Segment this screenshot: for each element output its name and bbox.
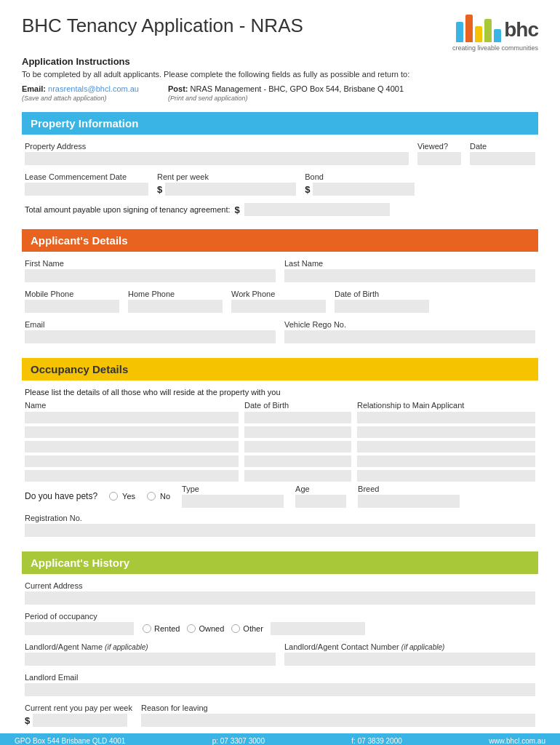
dob-label: Date of Birth [335,290,429,298]
occ-name-3[interactable] [25,441,239,453]
rego-field[interactable] [284,330,535,343]
occ-rel-4[interactable] [357,455,535,467]
landlord-name-group: Landlord/Agent Name (if applicable) [25,642,276,666]
rented-option[interactable]: Rented [143,624,180,633]
occ-name-1[interactable] [25,412,239,423]
reg-field[interactable] [25,524,535,537]
occupancy-instruction: Please list the details of all those who… [25,388,535,397]
home-label: Home Phone [128,290,223,298]
no-radio-group[interactable]: No [147,492,170,501]
property-header: Property Information [22,112,538,135]
landlord-name-field[interactable] [25,653,276,666]
occ-rel-2[interactable] [357,426,535,438]
history-header: Applicant's History [22,551,538,574]
period-group: Period of occupancy [25,612,134,635]
occ-dob-1[interactable] [244,412,351,423]
bond-field[interactable] [313,183,415,196]
lease-field[interactable] [25,183,148,196]
occ-name-5[interactable] [25,470,239,482]
landlord-contact-field[interactable] [284,653,535,666]
dob-field[interactable] [335,300,429,313]
occupancy-section: Occupancy Details Please list the detail… [22,358,538,551]
last-name-field[interactable] [284,269,535,282]
post-sub: (Print and send application) [168,95,248,102]
other-radio[interactable] [231,624,240,633]
pet-age-field[interactable] [295,495,346,508]
contact-row: Email: nrasrentals@bhcl.com.au (Save and… [22,84,538,102]
rent-week-field[interactable] [33,714,127,727]
app-email-field[interactable] [25,330,276,343]
rego-label: Vehicle Rego No. [284,320,535,329]
other-option[interactable]: Other [231,624,263,633]
mobile-field[interactable] [25,300,119,313]
property-content: Property Address Viewed? Date Lease Comm… [22,142,538,229]
viewed-field[interactable] [417,152,461,165]
period-field[interactable] [25,622,134,635]
post-label: Post: [168,84,188,93]
pet-breed-label: Breed [358,485,460,493]
address-group: Property Address [25,142,409,165]
owned-radio[interactable] [187,624,196,633]
footer-address: GPO Box 544 Brisbane QLD 4001 [15,737,125,745]
post-value: NRAS Management - BHC, GPO Box 544, Bris… [191,84,404,93]
other-field[interactable] [271,622,365,635]
current-address-field[interactable] [25,591,535,605]
pet-type-group: Type [182,485,284,508]
logo-text: bhc [504,20,538,40]
rented-label: Rented [154,624,180,633]
email-link[interactable]: nrasrentals@bhcl.com.au [48,84,139,93]
occ-dob-4[interactable] [244,455,351,467]
lease-group: Lease Commencement Date [25,172,148,196]
lease-label: Lease Commencement Date [25,172,148,181]
occ-dob-3[interactable] [244,441,351,453]
reason-field[interactable] [141,714,535,727]
address-field[interactable] [25,152,409,165]
yes-label: Yes [122,492,135,501]
rent-field[interactable] [165,183,296,196]
occ-name-2[interactable] [25,426,239,438]
occ-name-4[interactable] [25,455,239,467]
yes-radio[interactable] [109,492,118,501]
rent-week-group: Current rent you pay per week $ [25,704,132,727]
occ-dob-2[interactable] [244,426,351,438]
home-group: Home Phone [128,290,223,313]
occ-rel-1[interactable] [357,412,535,423]
date-field[interactable] [470,152,535,165]
home-field[interactable] [128,300,223,313]
applicant-section: Applicant's Details First Name Last Name… [22,229,538,358]
total-row: Total amount payable upon signing of ten… [25,203,535,216]
pet-type-field[interactable] [182,495,284,508]
occ-rel-3[interactable] [357,441,535,453]
viewed-group: Viewed? [417,142,461,165]
other-label: Other [243,624,263,633]
page-title: BHC Tenancy Application - NRAS [22,15,303,37]
applicant-header: Applicant's Details [22,229,538,252]
email-contact: Email: nrasrentals@bhcl.com.au (Save and… [22,84,139,102]
pet-age-label: Age [295,485,346,493]
no-label: No [160,492,170,501]
occ-dob-5[interactable] [244,470,351,482]
occ-rel-5[interactable] [357,470,535,482]
property-section: Property Information Property Address Vi… [22,112,538,229]
yes-radio-group[interactable]: Yes [109,492,135,501]
landlord-email-field[interactable] [25,683,535,696]
no-radio[interactable] [147,492,156,501]
work-field[interactable] [231,300,326,313]
viewed-label: Viewed? [417,142,461,151]
col-name-header: Name [25,401,239,410]
first-name-field[interactable] [25,269,276,282]
total-dollar: $ [235,204,240,215]
col-rel-header: Relationship to Main Applicant [357,401,535,410]
rent-week-label: Current rent you pay per week [25,704,132,712]
footer-fax: f: 07 3839 2000 [351,737,402,745]
last-name-group: Last Name [284,259,535,282]
total-field[interactable] [244,203,390,216]
lease-row: Lease Commencement Date Rent per week $ … [25,172,535,196]
rented-radio[interactable] [143,624,151,633]
pet-breed-field[interactable] [358,495,460,508]
history-content: Current Address Period of occupancy Rent… [22,581,538,741]
instructions-section: Application Instructions To be completed… [22,56,538,79]
owned-option[interactable]: Owned [187,624,224,633]
post-contact: Post: NRAS Management - BHC, GPO Box 544… [168,84,404,102]
current-address-label: Current Address [25,581,535,590]
